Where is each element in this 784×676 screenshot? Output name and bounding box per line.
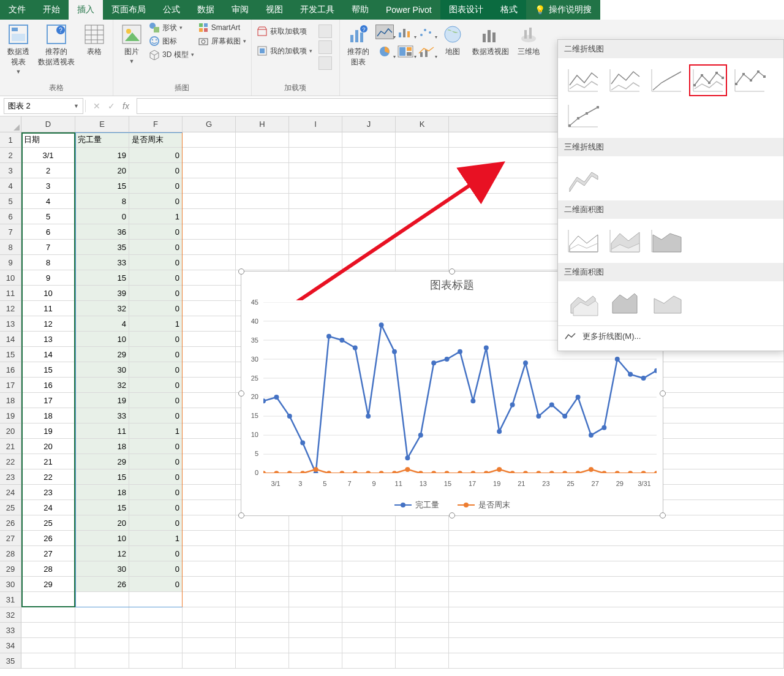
cell[interactable]: 33	[75, 408, 129, 423]
row-header-16[interactable]: 16	[0, 362, 21, 378]
cell[interactable]: 完工量	[75, 132, 129, 148]
cell[interactable]	[183, 148, 236, 163]
cell[interactable]: 0	[129, 362, 183, 378]
cell[interactable]	[183, 286, 236, 301]
cell[interactable]: 20	[75, 515, 129, 531]
cell[interactable]	[236, 531, 289, 546]
visio-icon[interactable]	[318, 56, 332, 70]
cell[interactable]: 15	[75, 500, 129, 515]
cell[interactable]	[183, 408, 236, 423]
cell[interactable]: 7	[21, 240, 75, 255]
cell[interactable]	[342, 531, 396, 546]
cell[interactable]: 28	[21, 561, 75, 577]
line3d-option-1[interactable]	[564, 162, 602, 194]
cell[interactable]: 12	[75, 546, 129, 561]
cell[interactable]	[289, 132, 342, 148]
cell[interactable]: 4	[21, 194, 75, 209]
scatter-chart-button[interactable]: ▾	[417, 25, 435, 39]
row-header-20[interactable]: 20	[0, 423, 21, 439]
cell[interactable]: 15	[21, 362, 75, 378]
cell[interactable]: 30	[75, 362, 129, 378]
cell[interactable]	[75, 592, 129, 607]
cell[interactable]	[183, 515, 236, 531]
cell[interactable]: 10	[21, 286, 75, 301]
legend-item-2[interactable]: 是否周末	[458, 499, 510, 511]
cell[interactable]: 22	[21, 469, 75, 485]
cell[interactable]	[129, 607, 183, 623]
screenshot-button[interactable]: 屏幕截图▾	[198, 36, 246, 47]
row-header-33[interactable]: 33	[0, 623, 21, 638]
cell[interactable]	[289, 148, 342, 163]
bing-maps-icon[interactable]	[318, 25, 332, 38]
people-graph-icon[interactable]	[318, 40, 332, 54]
tab-help[interactable]: 帮助	[343, 0, 377, 20]
cell[interactable]: 0	[129, 255, 183, 270]
tab-formulas[interactable]: 公式	[154, 0, 189, 20]
cell[interactable]	[183, 561, 236, 577]
my-addins-button[interactable]: 我的加载项▾	[257, 45, 312, 56]
col-header-F[interactable]: F	[129, 116, 183, 132]
cell[interactable]	[236, 638, 289, 653]
cell[interactable]: 30	[75, 561, 129, 577]
cell[interactable]: 3/1	[21, 148, 75, 163]
cell[interactable]: 26	[75, 577, 129, 592]
cell[interactable]: 10	[75, 332, 129, 347]
cell[interactable]	[236, 653, 289, 669]
bar-chart-button[interactable]: ▾	[396, 25, 415, 39]
cell[interactable]: 25	[21, 515, 75, 531]
cell[interactable]: 20	[21, 439, 75, 454]
row-header-22[interactable]: 22	[0, 454, 21, 469]
cell[interactable]: 0	[129, 301, 183, 316]
cell[interactable]: 1	[129, 316, 183, 332]
col-header-K[interactable]: K	[396, 116, 449, 132]
cell[interactable]: 0	[129, 378, 183, 393]
col-header-H[interactable]: H	[236, 116, 289, 132]
combo-chart-button[interactable]: ▾	[417, 44, 435, 59]
cell[interactable]	[236, 546, 289, 561]
cell[interactable]: 14	[21, 347, 75, 362]
line-chart-option-1[interactable]	[564, 64, 602, 96]
cell[interactable]	[289, 178, 342, 194]
cell[interactable]: 32	[75, 378, 129, 393]
cell[interactable]	[342, 592, 396, 607]
cell[interactable]	[236, 623, 289, 638]
shapes-button[interactable]: 形状▾	[149, 22, 194, 33]
row-header-14[interactable]: 14	[0, 332, 21, 347]
cell[interactable]	[236, 607, 289, 623]
cell[interactable]	[129, 592, 183, 607]
smartart-button[interactable]: SmartArt	[198, 22, 246, 33]
cell[interactable]	[183, 270, 236, 286]
cell[interactable]: 24	[21, 500, 75, 515]
cell[interactable]	[183, 623, 236, 638]
tab-format[interactable]: 格式	[492, 0, 526, 20]
area2d-option-3[interactable]	[647, 225, 685, 257]
cell[interactable]: 16	[21, 378, 75, 393]
cell[interactable]	[342, 194, 396, 209]
name-box[interactable]: 图表 2 ▼	[4, 98, 83, 114]
cell[interactable]: 0	[129, 240, 183, 255]
cell[interactable]	[396, 623, 449, 638]
cell[interactable]	[129, 638, 183, 653]
area3d-option-1[interactable]	[564, 287, 602, 319]
cell[interactable]	[21, 653, 75, 669]
tab-file[interactable]: 文件	[0, 0, 34, 20]
tab-view[interactable]: 视图	[257, 0, 292, 20]
row-header-25[interactable]: 25	[0, 500, 21, 515]
cell[interactable]	[183, 454, 236, 469]
tab-review[interactable]: 审阅	[223, 0, 257, 20]
cell[interactable]	[129, 653, 183, 669]
cell[interactable]: 20	[75, 163, 129, 178]
more-line-charts[interactable]: 更多折线图(M)...	[558, 325, 783, 347]
tab-tellme[interactable]: 💡 操作说明搜	[526, 0, 600, 20]
cell[interactable]: 15	[75, 178, 129, 194]
row-header-24[interactable]: 24	[0, 485, 21, 500]
cell[interactable]	[289, 209, 342, 224]
cell[interactable]: 15	[75, 469, 129, 485]
row-header-18[interactable]: 18	[0, 393, 21, 408]
chart-handle[interactable]	[449, 512, 455, 518]
area3d-option-2[interactable]	[606, 287, 644, 319]
cell[interactable]	[396, 255, 449, 270]
cell[interactable]	[342, 577, 396, 592]
cell[interactable]	[236, 209, 289, 224]
cell[interactable]	[236, 255, 289, 270]
